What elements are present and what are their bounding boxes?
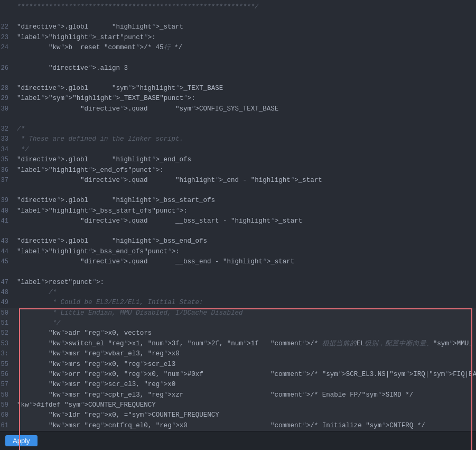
table-row: 29"label">"sym">"highlight">_TEXT_BASE"p… — [0, 94, 476, 104]
line-content: * These are defined in the linker script… — [17, 134, 472, 144]
apply-button[interactable]: Apply — [5, 435, 38, 446]
line-number: 30 — [0, 104, 17, 114]
line-content: "kw">orr "reg">x0, "reg">x0, "num">#0xf … — [17, 370, 476, 380]
table-row: 23"label">"highlight">_start"punct">: — [0, 33, 476, 43]
line-content: */ — [17, 145, 472, 155]
table-row: 52 "kw">adr "reg">x0, vectors — [0, 328, 476, 338]
line-number: 44 — [0, 247, 17, 257]
line-content: "directive">.quad __bss_start - "highlig… — [17, 216, 472, 226]
line-number: 39 — [0, 196, 17, 206]
line-number: 28 — [0, 84, 17, 94]
line-number: 47 — [0, 278, 17, 288]
table-row: ****************************************… — [0, 2, 476, 12]
table-row — [0, 12, 476, 22]
table-row: 33 * These are defined in the linker scr… — [0, 134, 476, 144]
line-content: * Could be EL3/EL2/EL1, Initial State: — [17, 298, 472, 308]
table-row: 59"kw">#ifdef "sym">COUNTER_FREQUENCY — [0, 400, 476, 410]
table-row: 51 */ — [0, 318, 476, 328]
table-row: 48 /* — [0, 288, 476, 298]
line-number: 56 — [0, 370, 17, 380]
line-content: "directive">.quad __bss_end - "highlight… — [17, 257, 472, 267]
line-number: 60 — [0, 410, 17, 420]
table-row: 32/* — [0, 124, 476, 134]
table-row: 55 "kw">mrs "reg">x0, "reg">scr_el3 — [0, 360, 476, 370]
line-number: 43 — [0, 236, 17, 246]
table-row: 24 "kw">b reset "comment">/* 45行 */ — [0, 43, 476, 53]
table-row: 30 "directive">.quad "sym">CONFIG_SYS_TE… — [0, 104, 476, 114]
line-number: 22 — [0, 22, 17, 32]
table-row: 47"label">reset"punct">: — [0, 278, 476, 288]
line-number: 49 — [0, 298, 17, 308]
table-row: 61 "kw">msr "reg">cntfrq_el0, "reg">x0 "… — [0, 421, 476, 431]
line-number: 50 — [0, 308, 17, 318]
table-row: 57 "kw">msr "reg">scr_el3, "reg">x0 — [0, 380, 476, 390]
line-number: 59 — [0, 400, 17, 410]
table-row: 53 "kw">switch_el "reg">x1, "num">3f, "n… — [0, 339, 476, 349]
line-number: 41 — [0, 216, 17, 226]
table-row: 36"label">"highlight">_end_ofs"punct">: — [0, 166, 476, 176]
line-number: 33 — [0, 134, 17, 144]
table-row: 56 "kw">orr "reg">x0, "reg">x0, "num">#0… — [0, 370, 476, 380]
line-number: 45 — [0, 257, 17, 267]
table-row: 39"directive">.globl "highlight">_bss_st… — [0, 196, 476, 206]
line-number: 51 — [0, 318, 17, 328]
table-row: 22"directive">.globl "highlight">_start — [0, 22, 476, 32]
line-content: ****************************************… — [17, 2, 472, 12]
table-row — [0, 53, 476, 63]
line-number: 61 — [0, 421, 17, 431]
line-content: /* — [17, 124, 472, 134]
line-content: "kw">switch_el "reg">x1, "num">3f, "num"… — [17, 339, 476, 349]
line-number: 34 — [0, 145, 17, 155]
line-content: "directive">.globl "highlight">_start — [17, 22, 472, 32]
line-content: "label">"highlight">_bss_end_ofs"punct">… — [17, 247, 472, 257]
line-content: "label">"highlight">_bss_start_ofs"punct… — [17, 206, 472, 216]
line-number: 35 — [0, 155, 17, 165]
bottom-bar: Apply — [0, 431, 476, 450]
line-number: 58 — [0, 390, 17, 400]
line-content: "label">reset"punct">: — [17, 278, 472, 288]
line-number: 29 — [0, 94, 17, 104]
line-content: "kw">msr "reg">vbar_el3, "reg">x0 — [17, 349, 472, 359]
table-row — [0, 74, 476, 84]
line-number: 40 — [0, 206, 17, 216]
line-content: "directive">.quad "sym">CONFIG_SYS_TEXT_… — [17, 104, 472, 114]
table-row: 60 "kw">ldr "reg">x0, ="sym">COUNTER_FRE… — [0, 410, 476, 420]
table-row — [0, 186, 476, 196]
table-row: 3: "kw">msr "reg">vbar_el3, "reg">x0 — [0, 349, 476, 359]
line-number: 37 — [0, 176, 17, 186]
line-content: "kw">#ifdef "sym">COUNTER_FREQUENCY — [17, 400, 472, 410]
line-content: "directive">.globl "highlight">_end_ofs — [17, 155, 472, 165]
table-row: 50 * Little Endian, MMU Disabled, I/DCac… — [0, 308, 476, 318]
line-number: 3: — [0, 349, 17, 359]
line-content: "kw">b reset "comment">/* 45行 */ — [17, 43, 472, 53]
line-content: "directive">.globl "highlight">_bss_star… — [17, 196, 472, 206]
line-content: "label">"sym">"highlight">_TEXT_BASE"pun… — [17, 94, 472, 104]
table-row: 28"directive">.globl "sym">"highlight">_… — [0, 84, 476, 94]
table-row: 43"directive">.globl "highlight">_bss_en… — [0, 236, 476, 246]
line-content: "label">"highlight">_start"punct">: — [17, 33, 472, 43]
line-content: "kw">adr "reg">x0, vectors — [17, 328, 472, 338]
line-content: "kw">msr "reg">cptr_el3, "reg">xzr "comm… — [17, 390, 472, 400]
table-row: 37 "directive">.quad "highlight">_end - … — [0, 176, 476, 186]
table-row — [0, 226, 476, 236]
line-number: 36 — [0, 166, 17, 176]
line-number: 57 — [0, 380, 17, 390]
table-row: 58 "kw">msr "reg">cptr_el3, "reg">xzr "c… — [0, 390, 476, 400]
table-row — [0, 114, 476, 124]
line-content: "kw">msr "reg">cntfrq_el0, "reg">x0 "com… — [17, 421, 472, 431]
table-row — [0, 268, 476, 278]
line-number: 24 — [0, 43, 17, 53]
line-number: 52 — [0, 328, 17, 338]
line-content: "kw">ldr "reg">x0, ="sym">COUNTER_FREQUE… — [17, 410, 472, 420]
table-row: 40"label">"highlight">_bss_start_ofs"pun… — [0, 206, 476, 216]
code-container: ****************************************… — [0, 0, 476, 450]
table-row: 49 * Could be EL3/EL2/EL1, Initial State… — [0, 298, 476, 308]
line-number: 26 — [0, 63, 17, 74]
table-row: 34 */ — [0, 145, 476, 155]
line-number: 48 — [0, 288, 17, 298]
table-row: 45 "directive">.quad __bss_end - "highli… — [0, 257, 476, 267]
line-content: */ — [17, 318, 472, 328]
table-row: 26 "directive">.align 3 — [0, 63, 476, 74]
line-content: * Little Endian, MMU Disabled, I/DCache … — [17, 308, 472, 318]
line-content: "directive">.quad "highlight">_end - "hi… — [17, 176, 472, 186]
